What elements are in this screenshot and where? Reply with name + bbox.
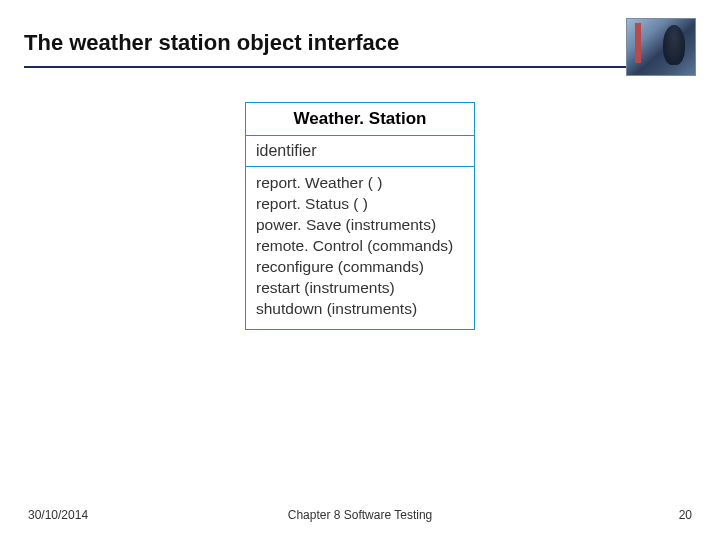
uml-method: power. Save (instruments) xyxy=(256,215,464,236)
page-title: The weather station object interface xyxy=(24,30,696,56)
slide-footer: 30/10/2014 Chapter 8 Software Testing 20 xyxy=(0,508,720,522)
footer-chapter: Chapter 8 Software Testing xyxy=(288,508,433,522)
uml-method: report. Status ( ) xyxy=(256,194,464,215)
uml-method: reconfigure (commands) xyxy=(256,257,464,278)
uml-class-box: Weather. Station identifier report. Weat… xyxy=(245,102,475,330)
uml-classname: Weather. Station xyxy=(256,109,464,129)
uml-attribute-section: identifier xyxy=(246,136,474,167)
uml-classname-section: Weather. Station xyxy=(246,103,474,136)
uml-methods-section: report. Weather ( ) report. Status ( ) p… xyxy=(246,167,474,329)
uml-attribute: identifier xyxy=(256,142,464,160)
uml-method: remote. Control (commands) xyxy=(256,236,464,257)
uml-method: shutdown (instruments) xyxy=(256,299,464,320)
header-divider xyxy=(24,66,696,68)
uml-method: report. Weather ( ) xyxy=(256,173,464,194)
footer-page-number: 20 xyxy=(679,508,692,522)
cover-image xyxy=(626,18,696,76)
slide-body: Weather. Station identifier report. Weat… xyxy=(0,76,720,330)
footer-date: 30/10/2014 xyxy=(28,508,88,522)
slide-header: The weather station object interface xyxy=(0,0,720,76)
uml-method: restart (instruments) xyxy=(256,278,464,299)
